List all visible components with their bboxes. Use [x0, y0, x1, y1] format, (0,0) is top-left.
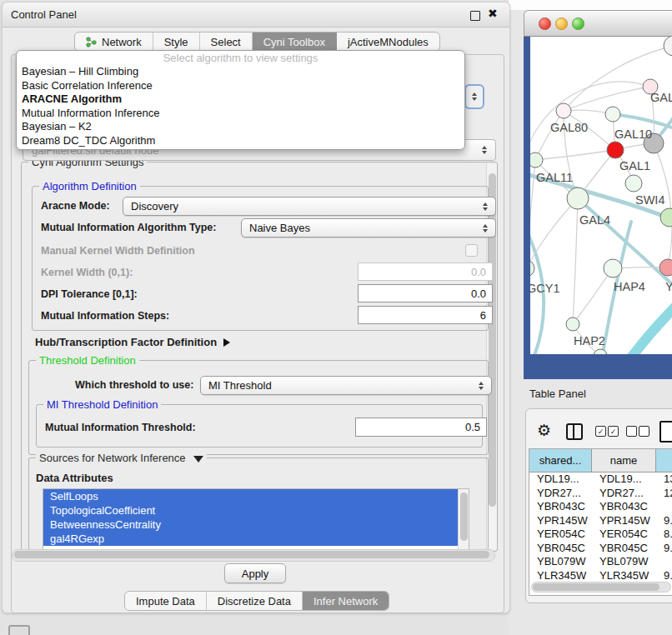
- sources-legend-text: Sources for Network Inference: [39, 452, 186, 464]
- network-view[interactable]: GALGAL80GAL10GAL1GAL11SWI4GAL4GCY1HAP4YH…: [530, 35, 672, 354]
- network-node[interactable]: [556, 103, 571, 118]
- table-row[interactable]: YBR045CYBR045C9.: [529, 542, 672, 556]
- tab-select[interactable]: Select: [200, 32, 253, 51]
- network-node-label: SWI4: [635, 193, 664, 207]
- select-all-checkbox-icon-2[interactable]: ✓: [608, 426, 619, 437]
- algorithm-option[interactable]: Basic Correlation Inference: [17, 79, 464, 93]
- manual-kernel-checkbox[interactable]: [465, 244, 478, 257]
- network-window-titlebar[interactable]: [524, 10, 672, 37]
- deselect-all-checkbox-icon-2[interactable]: [639, 426, 649, 437]
- network-edge[interactable]: [530, 82, 650, 160]
- close-traffic-light-icon[interactable]: [539, 18, 551, 30]
- network-node[interactable]: [530, 260, 534, 277]
- table-settings-gear-icon[interactable]: ⚙: [537, 422, 551, 438]
- network-node-label: GCY1: [530, 282, 560, 295]
- network-node[interactable]: [664, 36, 672, 56]
- apply-button[interactable]: Apply: [224, 563, 286, 583]
- settings-horizontal-scrollbar[interactable]: [12, 549, 495, 562]
- algorithm-option[interactable]: Bayesian – Hill Climbing: [17, 65, 464, 79]
- zoom-traffic-light-icon[interactable]: [572, 18, 584, 30]
- mi-threshold-value: 0.5: [465, 421, 480, 433]
- table-cell: YER054C: [529, 528, 592, 542]
- network-node[interactable]: [660, 208, 672, 227]
- table-row[interactable]: YBL079WYBL079W: [529, 555, 672, 569]
- table-cell: YBR045C: [592, 542, 656, 556]
- network-node[interactable]: [566, 318, 579, 331]
- algorithm-combo-stepper-fragment[interactable]: [464, 84, 484, 109]
- kernel-width-field[interactable]: 0.0: [358, 262, 493, 281]
- table-cell: 9.: [656, 569, 672, 583]
- tab-jactivemnodules[interactable]: jActiveMNodules: [337, 32, 439, 51]
- network-edge[interactable]: [573, 198, 578, 324]
- table-row[interactable]: YDR27...YDR27...12: [529, 487, 672, 501]
- tab-style[interactable]: Style: [153, 32, 200, 51]
- table-cell: YDR27...: [592, 487, 656, 501]
- network-edge[interactable]: [535, 150, 615, 160]
- minimize-traffic-light-icon[interactable]: [555, 18, 568, 30]
- node-table[interactable]: shared... name YDL19...YDL19...13YDR27..…: [529, 448, 672, 596]
- network-node[interactable]: [567, 188, 589, 209]
- network-edge[interactable]: [564, 87, 650, 111]
- dpi-tolerance-field[interactable]: 0.0: [358, 284, 493, 302]
- tab-cyni-toolbox[interactable]: Cyni Toolbox: [253, 32, 337, 51]
- network-node-label: GAL1: [619, 159, 650, 172]
- network-node[interactable]: [625, 175, 642, 192]
- network-node[interactable]: [607, 142, 624, 158]
- tab-discretize-data[interactable]: Discretize Data: [207, 592, 303, 610]
- sources-legend[interactable]: Sources for Network Inference: [36, 452, 207, 464]
- which-threshold-combo[interactable]: MI Threshold: [200, 376, 492, 395]
- algorithm-definition-group: Algorithm Definition Aracne Mode: Discov…: [32, 186, 489, 331]
- table-hscroll-thumb[interactable]: [533, 583, 659, 591]
- network-node[interactable]: [605, 107, 620, 122]
- which-threshold-label: Which threshold to use:: [75, 379, 193, 391]
- network-edge[interactable]: [535, 111, 564, 160]
- table-rows[interactable]: YDL19...YDL19...13YDR27...YDR27...12YBR0…: [529, 472, 672, 585]
- tab-infer-network[interactable]: Infer Network: [303, 592, 389, 610]
- settings-hscroll-thumb[interactable]: [14, 551, 489, 558]
- table-horizontal-scrollbar[interactable]: [531, 582, 671, 592]
- table-row[interactable]: YBR043CYBR043C: [529, 500, 672, 514]
- column-header-clipped[interactable]: [656, 449, 672, 472]
- hub-definition-toggle[interactable]: Hub/Transcription Factor Definition: [35, 336, 230, 348]
- tab-network[interactable]: Network: [75, 32, 153, 51]
- attributes-vscrollbar[interactable]: [458, 489, 469, 550]
- mi-type-combo[interactable]: Naive Bayes: [241, 218, 496, 238]
- select-all-checkbox-icon[interactable]: ✓: [595, 426, 606, 437]
- algorithm-option[interactable]: Bayesian – K2: [17, 120, 464, 134]
- float-window-icon[interactable]: [470, 11, 480, 21]
- column-header-shared-name[interactable]: shared...: [529, 449, 592, 472]
- mi-threshold-group: MI Threshold Definition Mutual Informati…: [36, 404, 483, 448]
- table-row[interactable]: YLR345WYLR345W9.: [529, 569, 672, 583]
- mi-steps-field[interactable]: 6: [358, 306, 493, 324]
- mi-threshold-field[interactable]: 0.5: [355, 418, 487, 437]
- attribute-list-item[interactable]: TopologicalCoefficient: [43, 503, 465, 518]
- manual-kernel-label: Manual Kernel Width Definition: [41, 245, 195, 257]
- deselect-all-checkbox-icon[interactable]: [626, 426, 637, 437]
- table-cell: YBR043C: [529, 500, 592, 514]
- aracne-mode-combo[interactable]: Discovery: [123, 197, 496, 216]
- attribute-list-item[interactable]: gal4RGexp: [43, 532, 465, 546]
- algorithm-option[interactable]: ARACNE Algorithm: [17, 92, 464, 107]
- tab-select-label: Select: [211, 36, 241, 48]
- network-node[interactable]: [604, 259, 622, 278]
- attributes-vscroll-thumb[interactable]: [460, 492, 468, 541]
- network-node[interactable]: [530, 152, 543, 168]
- network-node-label: GAL: [650, 91, 672, 104]
- attribute-list-item[interactable]: SelfLoops: [43, 489, 465, 503]
- column-layout-icon[interactable]: [566, 423, 583, 440]
- column-header-name[interactable]: name: [592, 449, 656, 472]
- attribute-list-item[interactable]: BetweennessCentrality: [43, 518, 465, 532]
- close-panel-icon[interactable]: ✖: [488, 7, 498, 20]
- dock-mini-button[interactable]: [8, 625, 30, 635]
- table-row[interactable]: YER054CYER054C8.: [529, 528, 672, 542]
- algorithm-option[interactable]: Mutual Information Inference: [17, 107, 464, 121]
- export-table-icon[interactable]: [659, 421, 672, 442]
- network-node[interactable]: [659, 259, 672, 276]
- table-row[interactable]: YDL19...YDL19...13: [529, 472, 672, 487]
- network-edge[interactable]: [573, 268, 613, 324]
- algorithm-option[interactable]: Dream8 DC_TDC Algorithm: [17, 134, 464, 148]
- data-attributes-list[interactable]: SelfLoopsTopologicalCoefficientBetweenne…: [43, 488, 469, 551]
- tab-impute-data[interactable]: Impute Data: [125, 592, 207, 610]
- network-edge[interactable]: [605, 303, 672, 354]
- table-row[interactable]: YPR145WYPR145W9.: [529, 514, 672, 528]
